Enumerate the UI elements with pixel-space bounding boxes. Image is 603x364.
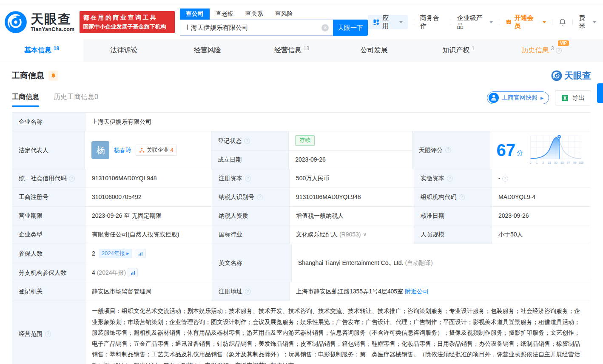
field-label: 人员规模: [421, 230, 444, 239]
tab-history-info[interactable]: VIP 历史信息3 ?: [500, 39, 583, 62]
header-nav: 应用 商务合作 企业级产品 开通会员 费米: [368, 14, 596, 30]
address-value: 上海市静安区虬江路1355弄1号4层405室: [296, 287, 403, 296]
help-icon[interactable]: ?: [245, 289, 251, 295]
field-label: 组织机构代码: [421, 193, 456, 201]
svg-text:99: 99: [573, 161, 577, 164]
nearby-companies-link[interactable]: 附近公司: [405, 287, 429, 296]
arrow-right-icon: ▸: [540, 94, 543, 101]
search-tab-boss[interactable]: 查老板: [210, 9, 239, 20]
banner-line2: 国家中小企业发展子基金旗下机构: [83, 23, 171, 31]
clear-search-icon[interactable]: ✕: [321, 24, 329, 31]
help-icon[interactable]: ?: [459, 194, 465, 200]
field-label: 分支机构参保人数: [19, 268, 66, 277]
table-row: 企业名称 上海天伊娱乐有限公司: [12, 113, 591, 131]
svg-text:15: 15: [548, 161, 551, 164]
vip-badge: VIP: [558, 40, 569, 46]
svg-text:1: 1: [536, 161, 538, 164]
search-tab-company[interactable]: 查公司: [180, 9, 210, 20]
company-tab-bar: 基本信息18 法律诉讼 经营风险 经营信息13 公司发展 知识产权1 VIP 历…: [0, 39, 603, 62]
business-registration-section: 工商信息 天眼查 工商信息 历史工商信息0: [0, 62, 603, 364]
field-label: 核准日期: [421, 211, 444, 220]
help-icon[interactable]: ?: [257, 194, 263, 200]
table-row: 工商注册号 310106000705492 纳税人识别号? 91310106MA…: [12, 188, 591, 207]
svg-text:3: 3: [542, 161, 544, 164]
help-icon[interactable]: ?: [244, 138, 250, 144]
help-icon[interactable]: ?: [69, 176, 75, 182]
tab-intellectual-property[interactable]: 知识产权1: [417, 39, 500, 62]
field-label: 英文名称: [219, 259, 242, 267]
help-icon[interactable]: ?: [447, 176, 453, 182]
establish-date-value: 2023-09-26: [295, 155, 326, 164]
field-label: 注册资本: [219, 174, 242, 182]
score-unit: 分: [517, 148, 523, 158]
search-input[interactable]: [185, 24, 321, 31]
related-companies-badge[interactable]: 关联企业 4: [136, 145, 176, 156]
tab-legal-litigation[interactable]: 法律诉讼: [83, 39, 167, 62]
english-name-value: Shanghai Tianyi Entertainment Co., Ltd.: [298, 259, 403, 267]
annual-report-link[interactable]: 2024年报 ▸: [99, 249, 132, 259]
help-icon[interactable]: ?: [556, 48, 562, 54]
field-label: 天眼评分: [419, 146, 443, 154]
field-label: 纳税人资质: [219, 211, 248, 220]
side-feedback-widget[interactable]: [597, 83, 603, 103]
subtab-history-registration[interactable]: 历史工商信息0: [54, 93, 98, 107]
field-label: 成立日期: [218, 155, 242, 164]
brand-name: 天眼查: [31, 13, 74, 26]
registration-table: 企业名称 上海天伊娱乐有限公司 法定代表人 杨 杨春玲 关联企业 4: [12, 112, 591, 364]
notification-bell-icon[interactable]: [558, 17, 566, 27]
field-label: 统一社会信用代码: [19, 174, 66, 182]
trend-chart-icon[interactable]: [136, 249, 146, 258]
table-row: 法定代表人 杨 杨春玲 关联企业 4 登记状态?: [12, 131, 591, 169]
help-icon[interactable]: ?: [245, 176, 251, 182]
apps-menu[interactable]: 应用: [368, 15, 408, 29]
subtab-current-registration[interactable]: 工商信息: [12, 93, 39, 107]
user-menu[interactable]: 费米: [579, 14, 596, 30]
business-cooperation-link[interactable]: 商务合作: [420, 14, 445, 30]
chevron-down-icon: [593, 21, 596, 23]
chevron-down-icon[interactable]: ∨: [363, 231, 367, 238]
brand-domain: TianYanCha.com: [31, 27, 74, 32]
tab-operational-risk[interactable]: 经营风险: [167, 39, 250, 62]
field-label: 企业类型: [19, 230, 43, 239]
official-snapshot-button[interactable]: 工商官网快照 ▸: [487, 91, 549, 104]
help-icon[interactable]: ?: [445, 147, 451, 153]
enterprise-product-menu[interactable]: 企业级产品: [457, 14, 493, 30]
status-badge: 存续: [295, 135, 315, 146]
network-icon: [139, 148, 145, 153]
search-button[interactable]: 天眼一下: [333, 20, 368, 36]
apps-label: 应用: [382, 14, 395, 30]
field-label: 国标行业: [219, 230, 242, 239]
section-title: 工商信息: [12, 70, 44, 81]
score-distribution-chart[interactable]: 0 1 3 15 50 85 97 99 100: [527, 135, 584, 165]
monitor-bell-button[interactable]: [48, 71, 58, 81]
table-row: 登记机关 静安区市场监督管理局 注册地址? 上海市静安区虬江路1355弄1号4层…: [12, 282, 591, 301]
legal-rep-avatar[interactable]: 杨: [91, 141, 109, 159]
help-icon[interactable]: ?: [502, 176, 508, 182]
field-label: 纳税人识别号: [219, 193, 254, 201]
apps-grid-icon: [373, 19, 379, 26]
tianyancha-logo[interactable]: 天眼查 TianYanCha.com: [4, 11, 74, 34]
trend-chart-icon[interactable]: [128, 268, 138, 277]
field-label: 参保人数: [19, 249, 43, 258]
tyc-score-cell: 67 分: [490, 131, 591, 169]
tab-company-development[interactable]: 公司发展: [333, 39, 417, 62]
svg-text:97: 97: [567, 161, 570, 164]
tab-basic-info[interactable]: 基本信息18: [0, 39, 83, 62]
export-button[interactable]: 导出: [555, 90, 591, 105]
search-area: 查公司 查老板 查关系 查风险 ✕ 天眼一下: [180, 9, 368, 36]
table-row: 统一社会信用代码? 91310106MAD0YQL948 注册资本? 500万人…: [12, 169, 591, 188]
search-tab-relation[interactable]: 查关系: [239, 9, 269, 20]
open-vip-menu[interactable]: 开通会员: [505, 14, 546, 30]
tab-business-info[interactable]: 经营信息13: [250, 39, 333, 62]
subtab-row: 工商信息 历史工商信息0 工商官网快照 ▸ 导出: [12, 90, 591, 109]
help-icon[interactable]: ?: [45, 331, 51, 337]
field-label: 工商注册号: [19, 193, 48, 201]
svg-text:85: 85: [560, 161, 564, 164]
bell-icon: [51, 73, 56, 79]
promo-banner: 都在用的商业查询工具 国家中小企业发展子基金旗下机构: [80, 11, 174, 33]
search-tab-risk[interactable]: 查风险: [269, 9, 299, 20]
banner-line1: 都在用的商业查询工具: [83, 14, 171, 22]
field-label: 经营范围: [19, 330, 43, 338]
table-row: 参保人数 2 2024年报 ▸ 分支机构参保人数 4 (2024年报): [12, 244, 591, 282]
legal-rep-name-link[interactable]: 杨春玲: [114, 146, 131, 154]
